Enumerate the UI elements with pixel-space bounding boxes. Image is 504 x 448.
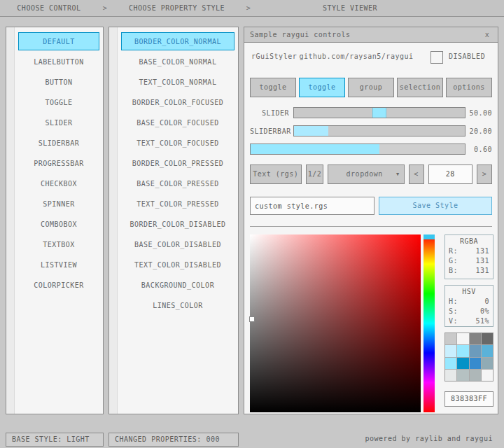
spinner-value-box[interactable]: 28 [428, 164, 473, 184]
list-item-button[interactable]: BUTTON [18, 73, 99, 91]
list-item-base-color-pressed[interactable]: BASE_COLOR_PRESSED [121, 174, 234, 192]
color-swatch[interactable] [445, 358, 456, 369]
list-item-toggle[interactable]: TOGGLE [18, 93, 99, 111]
text-rgs-button[interactable]: Text (rgs) [250, 164, 302, 184]
color-swatch[interactable] [482, 358, 493, 369]
color-swatch[interactable] [482, 370, 493, 381]
hue-bar[interactable] [424, 234, 435, 412]
color-swatch[interactable] [482, 333, 493, 344]
saturation-label: S: [449, 307, 458, 316]
progressbar-fill [251, 144, 379, 154]
hue-bar-cursor[interactable] [424, 234, 435, 239]
list-item-labelbutton[interactable]: LABELBUTTON [18, 52, 99, 71]
properties-list-panel: BORDER_COLOR_NORMAL BASE_COLOR_NORMAL TE… [108, 27, 239, 414]
toggle-group-item-toggle-2[interactable]: toggle [299, 78, 345, 97]
spinner-decrement-button[interactable]: < [409, 164, 424, 184]
save-style-button[interactable]: Save Style [379, 197, 492, 215]
list-item-text-color-focused[interactable]: TEXT_COLOR_FOCUSED [121, 134, 234, 152]
hsv-title: HSV [449, 288, 489, 295]
color-swatch[interactable] [457, 370, 468, 381]
color-swatch[interactable] [445, 333, 456, 344]
toggle-group-item-selection[interactable]: selection [397, 78, 443, 97]
slider-value: 50.00 [465, 109, 492, 117]
controls-list-panel: DEFAULT LABELBUTTON BUTTON TOGGLE SLIDER… [6, 27, 104, 414]
toggle-group: toggle toggle group selection options [250, 78, 492, 97]
properties-list-scrollbar[interactable] [109, 27, 118, 414]
hex-color-value-box[interactable]: 838383FF [444, 391, 493, 407]
list-item-spinner[interactable]: SPINNER [18, 195, 99, 213]
controls-list-scrollbar[interactable] [6, 27, 15, 414]
toggle-group-item-group[interactable]: group [348, 78, 394, 97]
color-swatch[interactable] [470, 333, 481, 344]
slider-handle[interactable] [372, 108, 386, 118]
list-item-base-color-normal[interactable]: BASE_COLOR_NORMAL [121, 52, 234, 71]
list-item-lines-color[interactable]: LINES_COLOR [121, 296, 234, 314]
color-swatch[interactable] [470, 358, 481, 369]
rguistyler-app: CHOOSE CONTROL > CHOOSE PROPERTY STYLE >… [0, 0, 504, 448]
app-name-label: rGuiStyler [251, 52, 297, 60]
color-swatch[interactable] [470, 370, 481, 381]
list-item-slider[interactable]: SLIDER [18, 113, 99, 132]
close-icon[interactable]: x [482, 31, 492, 38]
half-button[interactable]: 1/2 [306, 164, 324, 184]
style-filename-input[interactable] [250, 197, 374, 215]
list-item-border-color-normal[interactable]: BORDER_COLOR_NORMAL [121, 32, 234, 50]
list-item-combobox[interactable]: COMBOBOX [18, 215, 99, 233]
color-picker-cursor[interactable] [250, 317, 254, 321]
disabled-checkbox[interactable] [430, 51, 443, 64]
list-item-checkbox[interactable]: CHECKBOX [18, 174, 99, 192]
style-viewer-window: Sample raygui controls x rGuiStyler gith… [244, 27, 498, 414]
repo-link[interactable]: github.com/raysan5/raygui [293, 52, 419, 60]
hsv-saturation-row: S: 0% [449, 307, 489, 316]
color-swatch[interactable] [457, 333, 468, 344]
toggle-group-item-toggle-1[interactable]: toggle [250, 78, 296, 97]
rgba-groupbox: RGBA R: 131 G: 131 B: 131 [444, 234, 493, 279]
color-swatch[interactable] [457, 358, 468, 369]
slider-row: SLIDER 50.00 [250, 107, 492, 118]
rgba-green-row: G: 131 [449, 256, 489, 266]
chevron-separator-icon: > [241, 4, 255, 12]
hsv-groupbox: HSV H: 0 S: 0% V: 51% [444, 285, 493, 327]
list-item-text-color-pressed[interactable]: TEXT_COLOR_PRESSED [121, 195, 234, 213]
color-swatch[interactable] [457, 345, 468, 356]
list-item-base-color-disabled[interactable]: BASE_COLOR_DISABLED [121, 235, 234, 253]
hue-value: 0 [484, 297, 489, 307]
color-swatch[interactable] [470, 345, 481, 356]
properties-list: BORDER_COLOR_NORMAL BASE_COLOR_NORMAL TE… [118, 30, 237, 316]
list-item-colorpicker[interactable]: COLORPICKER [18, 276, 99, 294]
rgba-title: RGBA [449, 237, 489, 245]
step-choose-property-style: CHOOSE PROPERTY STYLE [112, 4, 241, 12]
slider-track[interactable] [293, 107, 465, 118]
list-item-sliderbar[interactable]: SLIDERBAR [18, 134, 99, 152]
list-item-text-color-disabled[interactable]: TEXT_COLOR_DISABLED [121, 255, 234, 274]
color-picker-gradient[interactable] [250, 234, 421, 412]
section-divider [250, 226, 492, 227]
slider-label: SLIDER [250, 109, 293, 117]
list-item-base-color-focused[interactable]: BASE_COLOR_FOCUSED [121, 113, 234, 132]
toggle-group-item-options[interactable]: options [446, 78, 492, 97]
red-value: 131 [475, 246, 489, 256]
red-label: R: [449, 246, 458, 256]
list-item-text-color-normal[interactable]: TEXT_COLOR_NORMAL [121, 73, 234, 91]
step-style-viewer: STYLE VIEWER [255, 4, 444, 12]
color-swatch[interactable] [445, 370, 456, 381]
list-item-border-color-pressed[interactable]: BORDER_COLOR_PRESSED [121, 154, 234, 172]
sliderbar-track[interactable] [293, 125, 465, 136]
spinner-increment-button[interactable]: > [477, 164, 492, 184]
color-swatch[interactable] [445, 345, 456, 356]
list-item-textbox[interactable]: TEXTBOX [18, 235, 99, 253]
list-item-background-color[interactable]: BACKGROUND_COLOR [121, 276, 234, 294]
window-title: Sample raygui controls [250, 31, 482, 38]
dropdown-combobox[interactable]: dropdown ▼ [328, 164, 404, 184]
hsv-hue-row: H: 0 [449, 297, 489, 307]
list-item-default[interactable]: DEFAULT [18, 32, 99, 50]
list-item-border-color-disabled[interactable]: BORDER_COLOR_DISABLED [121, 215, 234, 233]
style-file-row: Save Style [250, 197, 492, 215]
list-item-border-color-focused[interactable]: BORDER_COLOR_FOCUSED [121, 93, 234, 111]
list-item-progressbar[interactable]: PROGRESSBAR [18, 154, 99, 172]
color-swatch[interactable] [482, 345, 493, 356]
progressbar-row: 0.60 [250, 144, 492, 155]
value-value: 51% [475, 316, 489, 326]
sliderbar-label: SLIDERBAR [250, 127, 293, 135]
list-item-listview[interactable]: LISTVIEW [18, 255, 99, 274]
